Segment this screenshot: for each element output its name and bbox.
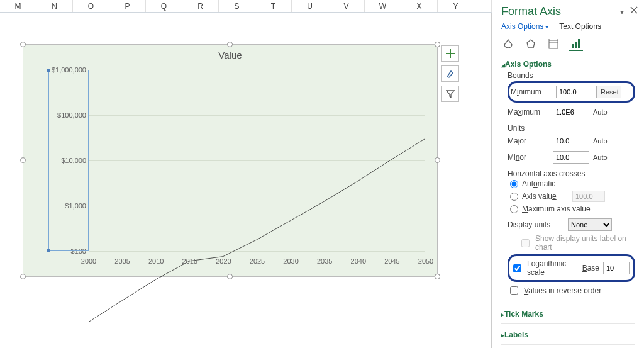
- resize-handle[interactable]: [435, 157, 440, 163]
- x-tick-label: 2025: [250, 257, 265, 265]
- show-display-units-checkbox: [521, 239, 530, 247]
- svg-rect-9: [572, 44, 574, 48]
- hcross-value-radio[interactable]: [510, 193, 518, 201]
- log-base-label: Base: [582, 264, 599, 272]
- resize-handle[interactable]: [227, 42, 233, 47]
- col-header[interactable]: S: [219, 0, 255, 12]
- x-tick-label: 2005: [114, 257, 130, 265]
- display-units-select[interactable]: None: [568, 218, 612, 231]
- maximum-input[interactable]: [553, 106, 589, 118]
- pane-tabs: Axis Options Text Options: [492, 22, 644, 35]
- col-header[interactable]: V: [328, 0, 365, 12]
- highlight-log-scale: Logarithmic scale Base: [508, 254, 635, 282]
- x-tick-label: 2010: [148, 257, 164, 265]
- major-label: Major: [508, 137, 549, 145]
- x-tick-label: 2020: [216, 257, 231, 265]
- col-header[interactable]: T: [255, 0, 292, 12]
- chart-title[interactable]: Value: [23, 45, 437, 63]
- size-properties-icon[interactable]: [547, 37, 560, 51]
- minor-label: Minor: [508, 153, 549, 162]
- major-auto-label: Auto: [593, 137, 618, 145]
- display-units-label: Display units: [508, 220, 564, 229]
- horizontal-crosses-label: Horizontal axis crosses: [508, 166, 635, 178]
- col-header[interactable]: U: [292, 0, 328, 12]
- worksheet-area[interactable]: Value $1,000,000 $100,000 $10,000 $1,000…: [0, 13, 492, 348]
- x-tick-label: 2050: [418, 257, 433, 265]
- x-tick-label: 2015: [182, 257, 197, 265]
- major-unit-input[interactable]: [553, 135, 589, 147]
- maximum-auto-label: Auto: [593, 108, 618, 116]
- effects-icon[interactable]: [524, 37, 538, 51]
- plot-area[interactable]: $1,000,000 $100,000 $10,000 $1,000 $100 …: [48, 70, 425, 251]
- col-header[interactable]: P: [109, 0, 146, 12]
- highlight-minimum: Minimum Reset: [508, 81, 635, 103]
- chart-object[interactable]: Value $1,000,000 $100,000 $10,000 $1,000…: [23, 44, 438, 277]
- resize-handle[interactable]: [20, 274, 26, 279]
- col-header[interactable]: Y: [438, 0, 474, 12]
- tab-text-options[interactable]: Text Options: [559, 22, 601, 31]
- y-tick-label: $10,000: [48, 157, 86, 164]
- minimum-input[interactable]: [556, 86, 592, 98]
- resize-handle[interactable]: [20, 157, 26, 163]
- chart-quick-buttons: [441, 45, 459, 102]
- chart-styles-button[interactable]: [441, 65, 459, 82]
- log-scale-checkbox[interactable]: [513, 264, 521, 272]
- x-tick-label: 2040: [351, 257, 366, 265]
- col-header[interactable]: N: [36, 0, 73, 12]
- close-icon[interactable]: [630, 6, 639, 15]
- tab-axis-options[interactable]: Axis Options: [501, 22, 548, 31]
- show-display-units-label: Show display units label on chart: [535, 234, 635, 252]
- maximum-label: Maximum: [508, 108, 549, 116]
- chart-elements-button[interactable]: [441, 45, 459, 62]
- x-tick-label: 2035: [317, 257, 332, 265]
- x-tick-label: 2045: [384, 257, 399, 265]
- col-header[interactable]: X: [401, 0, 438, 12]
- col-header[interactable]: O: [73, 0, 109, 12]
- col-header[interactable]: Q: [146, 0, 182, 12]
- hcross-max-radio[interactable]: [510, 205, 518, 213]
- resize-handle[interactable]: [435, 274, 440, 279]
- minimum-reset-button[interactable]: Reset: [596, 86, 621, 98]
- resize-handle[interactable]: [435, 42, 440, 47]
- x-tick-label: 2000: [81, 257, 96, 265]
- col-header[interactable]: R: [182, 0, 219, 12]
- x-tick-label: 2030: [283, 257, 298, 265]
- section-labels[interactable]: Labels: [501, 330, 635, 339]
- y-tick-label: $100,000: [48, 111, 86, 119]
- minor-unit-input[interactable]: [553, 151, 589, 164]
- y-tick-label: $100: [48, 247, 86, 255]
- svg-rect-5: [549, 42, 558, 48]
- svg-marker-4: [527, 40, 535, 48]
- resize-handle[interactable]: [20, 42, 26, 47]
- axis-options-icon[interactable]: [569, 37, 583, 51]
- reverse-order-checkbox[interactable]: [510, 286, 518, 295]
- pane-options-dropdown-icon[interactable]: ▾: [620, 8, 624, 16]
- col-header[interactable]: [474, 0, 492, 12]
- svg-rect-11: [578, 39, 580, 48]
- format-axis-pane: ▾ Format Axis Axis Options Text Options …: [492, 0, 644, 348]
- y-tick-label: $1,000,000: [48, 66, 86, 74]
- minor-auto-label: Auto: [593, 154, 618, 161]
- col-header[interactable]: M: [0, 0, 36, 12]
- reverse-order-label: Values in reverse order: [524, 286, 601, 295]
- chart-line-series[interactable]: [89, 70, 425, 348]
- fill-line-icon[interactable]: [501, 37, 515, 51]
- hcross-value-label: Axis value: [522, 192, 569, 201]
- hcross-value-input: [572, 191, 605, 202]
- units-label: Units: [508, 120, 635, 133]
- hcross-automatic-radio[interactable]: [510, 180, 518, 188]
- log-base-input[interactable]: [603, 262, 630, 274]
- svg-rect-10: [575, 42, 577, 48]
- section-tick-marks[interactable]: Tick Marks: [501, 310, 635, 318]
- y-tick-label: $1,000: [48, 202, 86, 210]
- minimum-label: Minimum: [511, 87, 552, 96]
- chart-filters-button[interactable]: [441, 86, 459, 102]
- bounds-label: Bounds: [508, 71, 635, 80]
- hcross-automatic-label: Automatic: [522, 179, 555, 188]
- log-scale-label: Logarithmic scale: [527, 259, 574, 277]
- pane-icon-tabs: [492, 35, 644, 57]
- col-header[interactable]: W: [365, 0, 401, 12]
- section-axis-options[interactable]: Axis Options: [501, 60, 635, 69]
- hcross-max-label: Maximum axis value: [522, 205, 591, 213]
